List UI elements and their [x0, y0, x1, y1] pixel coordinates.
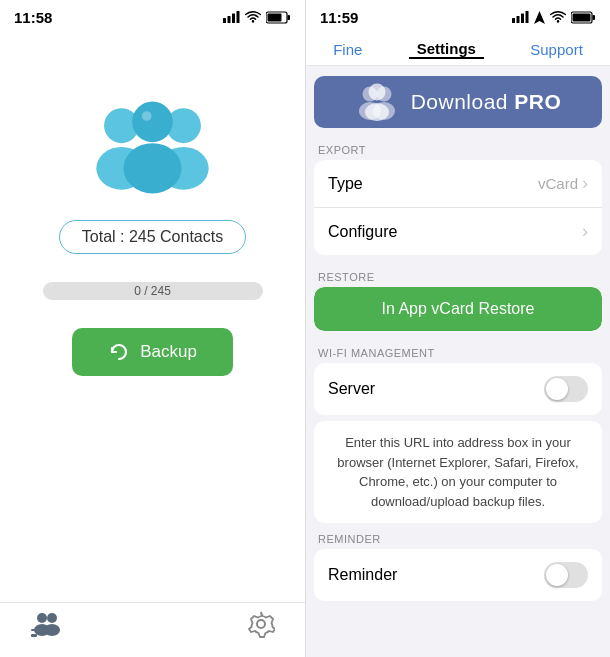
tab-settings[interactable]: Settings [409, 40, 484, 59]
configure-label: Configure [328, 223, 397, 241]
svg-point-14 [142, 111, 152, 121]
contacts-illustration [75, 97, 230, 197]
pro-bold: PRO [514, 90, 561, 113]
svg-point-18 [44, 624, 60, 636]
wifi-description: Enter this URL into address box in your … [314, 421, 602, 523]
svg-rect-3 [237, 11, 240, 23]
signal-icon-right [512, 11, 529, 23]
backup-button[interactable]: Backup [72, 328, 233, 376]
svg-point-15 [37, 613, 47, 623]
pro-banner-group-icon [355, 83, 399, 121]
configure-chevron-area: › [582, 221, 588, 242]
contacts-tab[interactable] [30, 608, 66, 644]
export-settings-group: Type vCard › Configure › [314, 160, 602, 255]
svg-rect-0 [223, 18, 226, 23]
svg-rect-1 [228, 16, 231, 23]
svg-point-35 [365, 103, 389, 121]
wifi-section-label: WI-FI MANAGEMENT [306, 337, 610, 363]
reminder-toggle-knob [546, 564, 568, 586]
svg-point-26 [557, 20, 559, 22]
restore-section-label: RESTORE [306, 261, 610, 287]
svg-rect-23 [517, 16, 520, 23]
restore-group: In App vCard Restore [314, 287, 602, 331]
svg-rect-22 [512, 18, 515, 23]
svg-rect-7 [288, 15, 291, 20]
status-bar-left: 11:58 [0, 0, 305, 32]
reminder-settings-group: Reminder [314, 549, 602, 601]
svg-point-17 [47, 613, 57, 623]
reminder-toggle[interactable] [544, 562, 588, 588]
type-chevron: › [582, 173, 588, 194]
svg-rect-24 [521, 14, 524, 24]
svg-rect-19 [31, 634, 37, 637]
svg-rect-29 [593, 15, 596, 20]
server-toggle[interactable] [544, 376, 588, 402]
signal-icon [223, 11, 240, 23]
reminder-row: Reminder [314, 549, 602, 601]
server-label: Server [328, 380, 375, 398]
svg-point-4 [252, 20, 254, 22]
server-toggle-knob [546, 378, 568, 400]
pro-banner[interactable]: Download PRO [314, 76, 602, 128]
export-section-label: EXPORT [306, 134, 610, 160]
pro-banner-text: Download PRO [411, 90, 562, 114]
status-bar-right: 11:59 [306, 0, 610, 32]
restore-button[interactable]: In App vCard Restore [314, 287, 602, 331]
svg-point-12 [132, 101, 173, 142]
reminder-label: Reminder [328, 566, 397, 584]
svg-rect-2 [232, 14, 235, 24]
svg-point-13 [123, 143, 181, 193]
wifi-settings-group: Server [314, 363, 602, 415]
tab-support[interactable]: Support [522, 41, 591, 58]
backup-button-label: Backup [140, 342, 197, 362]
svg-point-34 [368, 84, 385, 101]
location-icon [534, 11, 545, 24]
total-contacts-badge: Total : 245 Contacts [59, 220, 246, 254]
reminder-section-label: REMINDER [306, 529, 610, 549]
battery-icon-left [266, 11, 291, 24]
right-panel: 11:59 [305, 0, 610, 657]
refresh-icon [108, 341, 130, 363]
contacts-tab-icon [30, 608, 66, 640]
configure-row[interactable]: Configure › [314, 208, 602, 255]
left-panel: 11:58 [0, 0, 305, 657]
type-value-area: vCard › [538, 173, 588, 194]
wifi-icon-right [550, 11, 566, 23]
left-status-icons [223, 11, 291, 24]
server-row: Server [314, 363, 602, 415]
svg-rect-6 [268, 13, 282, 21]
svg-point-21 [257, 620, 265, 628]
total-contacts-label: Total : 245 Contacts [82, 228, 223, 245]
bottom-tab-bar-left [0, 602, 305, 657]
nav-tabs: Fine Settings Support [306, 32, 610, 66]
contacts-icon-area [73, 92, 233, 202]
configure-chevron: › [582, 221, 588, 242]
settings-tab-icon [247, 610, 275, 638]
type-label: Type [328, 175, 363, 193]
wifi-icon-left [245, 11, 261, 23]
battery-icon-right [571, 11, 596, 24]
right-status-icons [512, 11, 596, 24]
type-value: vCard [538, 175, 578, 192]
progress-text: 0 / 245 [134, 284, 171, 298]
svg-rect-28 [573, 13, 591, 21]
type-row[interactable]: Type vCard › [314, 160, 602, 208]
settings-tab[interactable] [247, 610, 275, 642]
right-scroll-area: Download PRO EXPORT Type vCard › Configu… [306, 66, 610, 657]
right-time: 11:59 [320, 9, 358, 26]
left-time: 11:58 [14, 9, 52, 26]
progress-bar-container: 0 / 245 [43, 282, 263, 300]
tab-fine[interactable]: Fine [325, 41, 370, 58]
svg-rect-25 [526, 11, 529, 23]
svg-rect-20 [31, 629, 35, 631]
